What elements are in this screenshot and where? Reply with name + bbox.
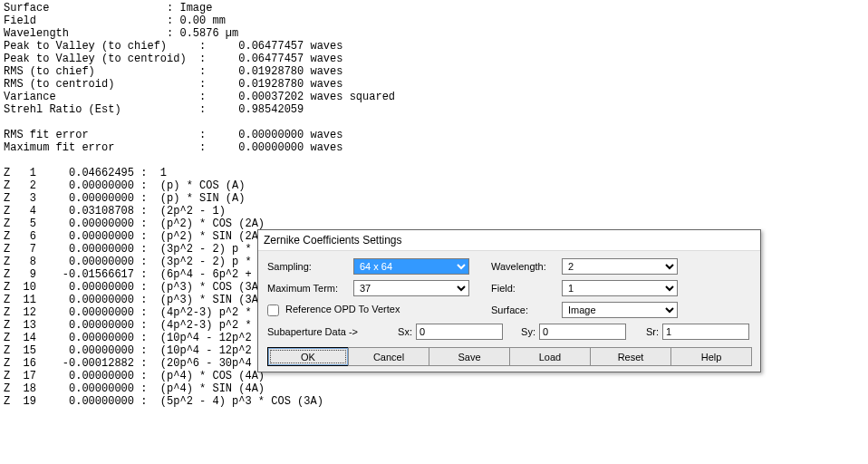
cancel-button[interactable]: Cancel bbox=[348, 347, 429, 366]
load-button[interactable]: Load bbox=[509, 347, 591, 366]
dialog-title: Zernike Coefficients Settings bbox=[258, 230, 760, 251]
save-button[interactable]: Save bbox=[429, 347, 510, 366]
surface-label: Surface: bbox=[491, 304, 562, 315]
sx-label: Sx: bbox=[394, 326, 412, 337]
sampling-select[interactable]: 64 x 64 bbox=[353, 258, 469, 275]
field-label: Field: bbox=[491, 283, 562, 294]
surface-select[interactable]: Image bbox=[562, 302, 678, 318]
reset-button[interactable]: Reset bbox=[590, 347, 671, 366]
wavelength-label: Wavelength: bbox=[491, 261, 562, 272]
sx-input[interactable] bbox=[416, 324, 503, 340]
field-select[interactable]: 1 bbox=[562, 280, 678, 296]
sy-label: Sy: bbox=[517, 326, 535, 337]
wavelength-select[interactable]: 2 bbox=[562, 258, 678, 275]
zernike-settings-dialog: Zernike Coefficients Settings Sampling: … bbox=[257, 229, 761, 372]
sampling-label: Sampling: bbox=[267, 261, 353, 272]
subaperture-label: Subaperture Data -> bbox=[267, 326, 394, 337]
maxterm-label: Maximum Term: bbox=[267, 283, 353, 294]
ok-button[interactable]: OK bbox=[267, 347, 349, 366]
sr-label: Sr: bbox=[641, 326, 659, 337]
help-button[interactable]: Help bbox=[670, 347, 752, 366]
refopd-checkbox[interactable] bbox=[267, 304, 279, 316]
sy-input[interactable] bbox=[539, 324, 626, 340]
maxterm-select[interactable]: 37 bbox=[353, 280, 469, 296]
sr-input[interactable] bbox=[662, 324, 749, 340]
refopd-label: Reference OPD To Vertex bbox=[285, 304, 400, 314]
